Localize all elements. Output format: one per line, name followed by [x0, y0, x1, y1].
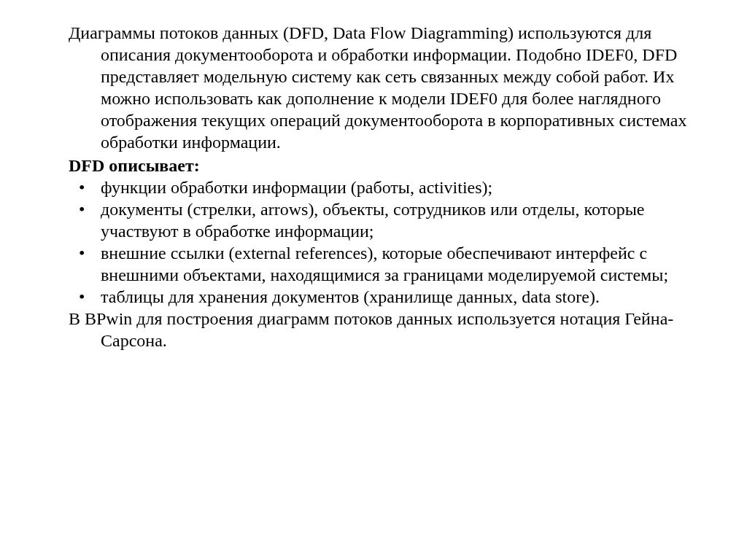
- closing-paragraph: В BPwin для построения диаграмм потоков …: [36, 308, 703, 351]
- intro-paragraph: Диаграммы потоков данных (DFD, Data Flow…: [36, 22, 703, 153]
- bullet-list: функции обработки информации (работы, ac…: [36, 176, 703, 308]
- dfd-heading: DFD описывает:: [36, 155, 703, 176]
- list-item: документы (стрелки, arrows), объекты, со…: [69, 198, 703, 242]
- list-item: функции обработки информации (работы, ac…: [69, 176, 703, 198]
- list-item: внешние ссылки (external references), ко…: [69, 242, 703, 286]
- list-item: таблицы для хранения документов (хранили…: [69, 286, 703, 308]
